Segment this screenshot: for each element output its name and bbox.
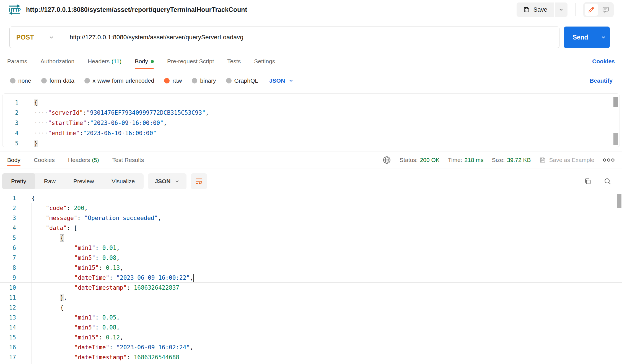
json-number: 0.08 bbox=[102, 324, 116, 331]
body-mode-label: GraphQL bbox=[234, 77, 258, 84]
request-language-selector[interactable]: JSON bbox=[269, 77, 294, 84]
code-line: 8"min15": 0.13, bbox=[0, 263, 622, 273]
tab-settings[interactable]: Settings bbox=[254, 58, 275, 65]
json-key: "endTime" bbox=[48, 130, 80, 137]
json-punctuation: : bbox=[77, 215, 84, 221]
tab-tests[interactable]: Tests bbox=[227, 58, 241, 65]
json-key: "min1" bbox=[74, 314, 95, 321]
response-tab-body[interactable]: Body bbox=[7, 151, 20, 169]
json-key: "dateTimestamp" bbox=[74, 354, 127, 361]
response-tab-cookies[interactable]: Cookies bbox=[34, 151, 55, 169]
response-tab-headers[interactable]: Headers(5) bbox=[68, 151, 99, 169]
json-key: "startTime" bbox=[48, 120, 87, 126]
json-punctuation: : bbox=[87, 120, 90, 126]
code-content: "dateTimestamp": 1686326544688 bbox=[32, 352, 179, 362]
view-tab-preview[interactable]: Preview bbox=[64, 173, 103, 189]
code-content: ····"endTime":"2023-06-10·16:00:00" bbox=[34, 128, 157, 138]
tab-authorization[interactable]: Authorization bbox=[40, 58, 74, 65]
body-mode-binary[interactable]: binary bbox=[192, 77, 216, 84]
indent-guide bbox=[46, 253, 60, 263]
indent-guide bbox=[46, 233, 60, 243]
request-editor-scrollbar-lower[interactable] bbox=[613, 133, 618, 145]
response-language-selector[interactable]: JSON bbox=[148, 173, 186, 189]
body-mode-graphql[interactable]: GraphQL bbox=[226, 77, 258, 84]
more-actions-icon[interactable] bbox=[603, 158, 615, 162]
tab-params[interactable]: Params bbox=[7, 58, 27, 65]
code-content: "message": "Operation succeeded", bbox=[32, 213, 161, 223]
indent-guide bbox=[32, 293, 46, 303]
save-as-example-button[interactable]: Save as Example bbox=[539, 157, 594, 163]
tab-settings-label: Settings bbox=[254, 58, 275, 65]
status-label: Status: bbox=[400, 157, 418, 163]
indent-guide bbox=[60, 313, 74, 323]
json-key: "message" bbox=[46, 215, 77, 221]
time-value[interactable]: 218 ms bbox=[465, 157, 484, 163]
json-punctuation: , bbox=[206, 109, 209, 116]
size-value[interactable]: 39.72 KB bbox=[507, 157, 531, 163]
response-body-editor[interactable]: 1{2"code": 200,3"message": "Operation su… bbox=[0, 193, 622, 364]
whitespace-dots: ···· bbox=[34, 130, 48, 137]
code-content: "min15": 0.12, bbox=[32, 332, 123, 342]
body-mode-x-www-form-urlencoded[interactable]: x-www-form-urlencoded bbox=[84, 77, 154, 84]
tab-pre-request-script[interactable]: Pre-request Script bbox=[167, 58, 214, 65]
body-mode-raw[interactable]: raw bbox=[164, 77, 182, 84]
copy-button[interactable] bbox=[584, 177, 592, 185]
search-icon bbox=[604, 177, 611, 185]
code-line: 9"dateTime": "2023-06-09 16:00:22", bbox=[0, 273, 622, 283]
response-editor-scrollbar[interactable] bbox=[617, 194, 621, 208]
body-mode-none[interactable]: none bbox=[10, 77, 31, 84]
indent-guide bbox=[46, 332, 60, 342]
response-tools bbox=[584, 177, 611, 185]
body-mode-form-data[interactable]: form-data bbox=[41, 77, 74, 84]
request-editor-scrollbar[interactable] bbox=[613, 97, 618, 107]
status-value[interactable]: 200 OK bbox=[420, 157, 440, 163]
code-line: 4····"endTime":"2023-06-10·16:00:00" bbox=[2, 128, 620, 138]
view-tab-raw[interactable]: Raw bbox=[35, 173, 64, 189]
indent-guide bbox=[32, 233, 46, 243]
response-tab-test-results[interactable]: Test Results bbox=[112, 151, 144, 169]
line-number: 14 bbox=[0, 324, 16, 331]
tab-body[interactable]: Body bbox=[135, 58, 154, 65]
json-punctuation: , bbox=[190, 344, 193, 351]
search-button[interactable] bbox=[604, 177, 611, 185]
whitespace-dots: ···· bbox=[34, 120, 48, 126]
json-number: 1686326422837 bbox=[134, 284, 179, 291]
cookies-link[interactable]: Cookies bbox=[592, 58, 615, 65]
save-split-button: Save bbox=[517, 2, 567, 17]
json-key: "min15" bbox=[74, 334, 99, 341]
line-number: 1 bbox=[2, 99, 19, 106]
edit-request-button[interactable] bbox=[585, 4, 598, 16]
indent-guide bbox=[46, 313, 60, 323]
request-body-editor[interactable]: 1{2····"serverId":"9301476EF79340999772D… bbox=[2, 93, 620, 147]
comments-button[interactable] bbox=[599, 4, 612, 16]
url-input[interactable]: http://127.0.0.1:8080/system/asset/serve… bbox=[70, 34, 243, 41]
code-line: 5} bbox=[2, 138, 620, 147]
view-tab-pretty[interactable]: Pretty bbox=[2, 173, 35, 189]
size-label: Size: bbox=[492, 157, 505, 163]
code-line: 10"dateTimestamp": 1686326422837 bbox=[0, 283, 622, 293]
radio-icon bbox=[226, 78, 232, 83]
line-number: 3 bbox=[2, 120, 19, 126]
json-punctuation: { bbox=[32, 195, 35, 201]
json-string: "2023-06-10 bbox=[83, 130, 121, 137]
response-header: BodyCookiesHeaders(5)Test Results Status… bbox=[0, 151, 622, 169]
json-punctuation: : bbox=[99, 265, 106, 271]
view-tab-visualize[interactable]: Visualize bbox=[103, 173, 144, 189]
size-pair: Size: 39.72 KB bbox=[492, 157, 531, 163]
code-content: { bbox=[32, 303, 64, 313]
send-options-button[interactable] bbox=[597, 27, 610, 48]
response-tab-body-label: Body bbox=[7, 157, 20, 163]
wrap-lines-button[interactable] bbox=[191, 173, 207, 189]
code-content: ····"startTime":"2023-06-09·16:00:00", bbox=[34, 118, 167, 128]
send-button[interactable]: Send bbox=[564, 27, 597, 48]
radio-icon bbox=[84, 78, 90, 83]
tab-headers[interactable]: Headers(11) bbox=[88, 58, 121, 65]
save-button[interactable]: Save bbox=[517, 2, 554, 17]
code-line: 3····"startTime":"2023-06-09·16:00:00", bbox=[2, 118, 620, 128]
url-row: POST http://127.0.0.1:8080/system/asset/… bbox=[9, 27, 610, 48]
save-options-button[interactable] bbox=[555, 2, 567, 17]
indent-guide bbox=[46, 263, 60, 273]
copy-icon bbox=[584, 177, 592, 185]
beautify-link[interactable]: Beautify bbox=[590, 77, 613, 84]
method-selector[interactable]: POST bbox=[10, 27, 63, 48]
